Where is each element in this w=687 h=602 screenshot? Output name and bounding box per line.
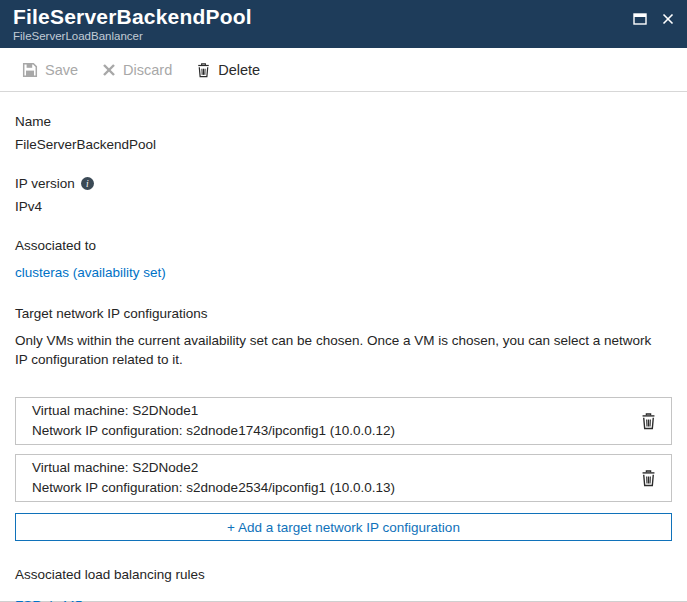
discard-button-label: Discard (123, 62, 172, 78)
delete-icon (196, 62, 211, 78)
ip-version-label: IP version i (15, 176, 672, 191)
target-ip-section-description: Only VMs within the current availability… (15, 331, 655, 369)
page-title: FileServerBackendPool (13, 4, 252, 29)
maximize-button[interactable] (631, 10, 649, 28)
virtual-machine-value: Virtual machine: S2DNode2 (32, 458, 395, 478)
delete-button-label: Delete (218, 62, 260, 78)
ip-config-row-text: Virtual machine: S2DNode1 Network IP con… (32, 401, 395, 441)
blade-header: FileServerBackendPool FileServerLoadBanl… (0, 0, 687, 48)
discard-icon (102, 63, 116, 77)
save-button[interactable]: Save (14, 55, 90, 85)
ip-version-value: IPv4 (15, 199, 672, 214)
close-button[interactable] (659, 10, 677, 28)
command-bar: Save Discard Delete (0, 48, 687, 92)
ip-config-row: Virtual machine: S2DNode2 Network IP con… (15, 454, 672, 502)
blade: FileServerBackendPool FileServerLoadBanl… (0, 0, 687, 602)
network-ip-config-value: Network IP configuration: s2dnode1743/ip… (32, 421, 395, 441)
ip-version-label-text: IP version (15, 176, 75, 191)
load-balancing-rule-link[interactable]: FSRule445 (15, 598, 83, 602)
associated-to-label: Associated to (15, 238, 672, 253)
info-icon[interactable]: i (81, 177, 94, 190)
save-button-label: Save (45, 62, 78, 78)
ip-config-row: Virtual machine: S2DNode1 Network IP con… (15, 397, 672, 445)
maximize-icon (633, 13, 647, 25)
blade-content: Name FileServerBackendPool IP version i … (0, 92, 687, 602)
name-label: Name (15, 114, 672, 129)
availability-set-link[interactable]: clusteras (availability set) (15, 265, 166, 280)
target-ip-section-title: Target network IP configurations (15, 306, 672, 321)
trash-icon (640, 469, 657, 487)
name-value: FileServerBackendPool (15, 137, 672, 152)
trash-icon (640, 412, 657, 430)
network-ip-config-value: Network IP configuration: s2dnode2534/ip… (32, 478, 395, 498)
page-subtitle: FileServerLoadBanlancer (13, 29, 252, 44)
discard-button[interactable]: Discard (94, 55, 184, 85)
close-icon (662, 13, 674, 25)
delete-button[interactable]: Delete (188, 55, 272, 85)
remove-ip-config-button[interactable] (636, 467, 661, 489)
add-target-ip-config-button[interactable]: + Add a target network IP configuration (15, 513, 672, 541)
remove-ip-config-button[interactable] (636, 410, 661, 432)
ip-config-row-text: Virtual machine: S2DNode2 Network IP con… (32, 458, 395, 498)
blade-header-text: FileServerBackendPool FileServerLoadBanl… (13, 4, 252, 44)
load-balancing-rules-label: Associated load balancing rules (15, 567, 672, 582)
blade-window-controls (631, 4, 679, 28)
virtual-machine-value: Virtual machine: S2DNode1 (32, 401, 395, 421)
save-icon (22, 62, 38, 78)
